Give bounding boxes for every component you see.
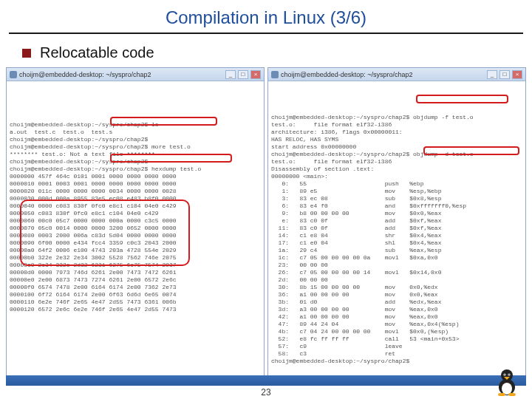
maximize-button[interactable]: □ (238, 70, 248, 79)
bullet-row: Relocatable code (0, 41, 532, 67)
terminal-line: choijm@embedded-desktop:~/syspro/chap2$ … (10, 166, 261, 173)
terminal-icon (10, 71, 17, 78)
terminal-line: 23: 00 00 00 (271, 262, 522, 269)
terminal-line: 1: 89 e5 mov %esp,%ebp (271, 188, 522, 195)
page-number: 23 (0, 387, 532, 398)
panes: choijm@embedded-desktop: ~/syspro/chap2 … (0, 67, 532, 378)
highlight-more-cmd (110, 117, 217, 126)
terminal-line: a.out test.c test.o test.s (10, 129, 261, 136)
terminal-line: 30: 8b 15 00 00 00 00 mov 0x0,%edx (271, 284, 522, 291)
terminal-line: test.o: file format elf32-i386 (271, 121, 522, 129)
minimize-button[interactable]: _ (487, 70, 497, 79)
terminal-icon (271, 71, 279, 78)
left-terminal-window: choijm@embedded-desktop: ~/syspro/chap2 … (6, 67, 265, 378)
terminal-line: 00000e0 2e00 6873 7473 7274 6261 2e00 65… (10, 276, 261, 284)
terminal-line: 0: 55 push %ebp (271, 180, 522, 188)
terminal-line: 47: 89 44 24 04 mov %eax,0x4(%esp) (271, 321, 522, 328)
terminal-line: 2d: 00 00 00 (271, 276, 522, 284)
terminal-line: HAS RELOC, HAS SYMS (271, 136, 522, 143)
terminal-line: 52: e8 fc ff ff ff call 53 <main+0x53> (271, 335, 522, 343)
terminal-line: 0000120 6572 2e6c 6e2e 746f 2e65 4e47 2d… (10, 306, 261, 313)
terminal-line: 9: b8 00 00 00 00 mov $0x0,%eax (271, 210, 522, 217)
terminal-line: 0000000 457f 464c 0101 0001 0000 0000 00… (10, 173, 261, 180)
svg-point-6 (508, 374, 509, 375)
slide-title: Compilation in Linux (3/6) (0, 0, 532, 33)
close-button[interactable]: × (250, 70, 261, 79)
terminal-line: 11: 83 c0 0f add $0xf,%eax (271, 225, 522, 232)
bullet-square-icon (22, 49, 31, 58)
bullet-text: Relocatable code (40, 44, 154, 61)
highlight-objdump-f-cmd (416, 95, 508, 103)
title-rule (9, 33, 523, 34)
svg-point-1 (502, 383, 512, 395)
right-terminal-content: choijm@embedded-desktop:~/syspro/chap2$ … (268, 81, 525, 368)
terminal-line: 0000010 0001 0003 0001 0000 0000 0000 00… (10, 180, 261, 188)
maximize-button[interactable]: □ (499, 70, 510, 79)
left-titlebar-text: choijm@embedded-desktop: ~/syspro/chap2 (19, 71, 151, 78)
terminal-line: Disassembly of section .text: (271, 166, 522, 173)
tux-icon (494, 366, 520, 396)
terminal-line: 00000f0 6574 7478 2e00 6164 6174 2e00 73… (10, 284, 261, 291)
terminal-line: 3b: 01 d0 add %edx,%eax (271, 299, 522, 306)
terminal-line: choijm@embedded-desktop:~/syspro/chap2$ (10, 136, 261, 143)
terminal-line: test.o: file format elf32-i386 (271, 158, 522, 166)
right-titlebar: choijm@embedded-desktop: ~/syspro/chap2 … (268, 68, 525, 81)
terminal-line: choijm@embedded-desktop:~/syspro/chap2$ (271, 358, 522, 365)
highlight-hexdump-cmd (110, 154, 232, 163)
terminal-line: 14: c1 e8 04 shr $0x4,%eax (271, 232, 522, 239)
terminal-line: 1a: 29 c4 sub %eax,%esp (271, 247, 522, 254)
terminal-line: 26: c7 05 00 00 00 00 14 movl $0x14,0x0 (271, 269, 522, 276)
terminal-line: 4b: c7 04 24 00 00 00 00 movl $0x0,(%esp… (271, 328, 522, 335)
right-titlebar-text: choijm@embedded-desktop: ~/syspro/chap2 (281, 71, 412, 78)
terminal-line: 57: c9 leave (271, 343, 522, 350)
terminal-line: choijm@embedded-desktop:~/syspro/chap2$ … (271, 114, 522, 121)
highlight-hexdump-block (20, 200, 190, 266)
terminal-line: 17: c1 e0 04 shl $0x4,%eax (271, 239, 522, 247)
footer-bar (6, 375, 526, 386)
terminal-line: 00000000 <main>: (271, 173, 522, 180)
terminal-line: 0000020 011c 0000 0000 0000 0034 0000 00… (10, 188, 261, 195)
terminal-line: 00000d0 0000 7973 746d 6261 2e00 7473 74… (10, 269, 261, 276)
terminal-line: 36: a1 00 00 00 00 mov 0x0,%eax (271, 291, 522, 299)
right-terminal-window: choijm@embedded-desktop: ~/syspro/chap2 … (267, 67, 526, 378)
terminal-line: 0000110 6e2e 746f 2e65 4e47 2d55 7473 63… (10, 299, 261, 306)
terminal-line: choijm@embedded-desktop:~/syspro/chap2$ … (10, 143, 261, 151)
highlight-objdump-d-cmd (423, 146, 519, 155)
terminal-line: 3d: a3 00 00 00 00 mov %eax,0x0 (271, 306, 522, 313)
terminal-line: 1c: c7 05 00 00 00 00 0a movl $0xa,0x0 (271, 254, 522, 262)
terminal-line: architecture: i386, flags 0x00000011: (271, 129, 522, 136)
terminal-line: 42: a1 00 00 00 00 mov %eax,0x0 (271, 313, 522, 321)
close-button[interactable]: × (512, 70, 522, 79)
terminal-line: 58: c3 ret (271, 350, 522, 358)
terminal-line: 3: 83 ec 08 sub $0x8,%esp (271, 195, 522, 202)
minimize-button[interactable]: _ (225, 70, 236, 79)
terminal-line: e: 83 c0 0f add $0xf,%eax (271, 217, 522, 225)
left-titlebar: choijm@embedded-desktop: ~/syspro/chap2 … (7, 68, 264, 81)
left-terminal-content: choijm@embedded-desktop:~/syspro/chap2$ … (7, 81, 264, 316)
svg-point-5 (504, 374, 505, 375)
terminal-line: 6: 83 e4 f0 and $0xfffffff0,%esp (271, 202, 522, 210)
terminal-line: 0000100 6f72 6164 6174 2e00 6f63 6d6d 6e… (10, 291, 261, 299)
